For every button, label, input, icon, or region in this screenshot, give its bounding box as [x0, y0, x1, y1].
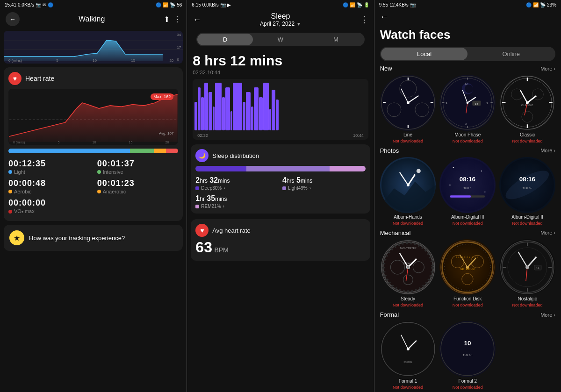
deep-dot [195, 186, 199, 190]
tab-day[interactable]: D [197, 34, 252, 45]
sleep-stat-deep-value: 2hrs 32mins [195, 176, 279, 185]
deep-label-text: Deep30% [201, 185, 222, 191]
wf-new-more[interactable]: More › [540, 66, 555, 71]
svg-point-48 [526, 101, 529, 104]
stat-anaerobic: 00:01:23 Anaerobic [97, 178, 179, 194]
phone2-date[interactable]: April 27, 2022 ▼ [260, 21, 301, 27]
sdb-light [246, 166, 330, 171]
wf-item-steady[interactable]: TACHYMETER STEADY [380, 239, 436, 308]
phone3-wifi-icon: 📡 [540, 2, 546, 7]
wf-line-status: Not downloaded [393, 139, 423, 143]
wf-album-digital3-status: Not downloaded [453, 221, 483, 226]
svg-point-34 [467, 102, 468, 104]
wf-album-digital3-svg: 08:16 TUE 6 [439, 157, 496, 213]
phone1-page-title: Walking [79, 15, 105, 23]
wf-face-moon-phase: 12 3 6 9 14 [439, 75, 496, 131]
wf-item-album-digital2[interactable]: 08:16 TUE 6h Album-Digital II Not downlo… [499, 157, 555, 226]
activity-y-top: 34 [177, 33, 181, 37]
svg-marker-4 [9, 94, 178, 142]
wf-item-moon-phase[interactable]: 12 3 6 9 14 [439, 75, 496, 143]
sleep-bar [225, 87, 230, 130]
tab-online[interactable]: Online [468, 48, 554, 60]
phone3-header: ← [374, 9, 561, 25]
phone1-data: 0.0KB/s [18, 2, 34, 7]
stat-intensive: 00:01:37 Intensive [97, 159, 179, 175]
wf-section-new: New More › [374, 63, 561, 145]
sleep-chart-start: 02:32 [197, 133, 208, 138]
sleep-dist-header: 🌙 Sleep distribution [195, 149, 365, 162]
phone2-status-icons: 📷 ▶ [220, 2, 231, 7]
phone2-back-icon[interactable]: ← [193, 15, 201, 25]
phone2-header: ← Sleep April 27, 2022 ▼ ⋮ [187, 9, 374, 30]
phone3-back-icon[interactable]: ← [380, 12, 388, 22]
feedback-card[interactable]: ★ How was your tracking experience? [4, 225, 183, 251]
sleep-bar [194, 102, 197, 130]
wf-mechanical-more[interactable]: More › [540, 230, 555, 235]
stat-light-label-row: Light [8, 169, 90, 175]
svg-point-54 [407, 184, 410, 186]
phone3-time: 9:55 [379, 2, 388, 7]
stat-anaerobic-label-row: Anaerobic [97, 189, 179, 194]
wf-new-header: New More › [380, 65, 555, 72]
wf-photos-header: Photos More › [380, 147, 555, 154]
stat-vo2-label-row: VO₂ max [8, 208, 90, 214]
wf-face-formal1: FORMAL [380, 321, 436, 377]
wf-item-function-disk[interactable]: 08:16:00 FUNCTION DISK Function Disk Not… [439, 239, 496, 308]
stat-light-label: Light [14, 169, 25, 175]
wf-formal-more[interactable]: More › [540, 312, 555, 318]
sleep-stat-deep[interactable]: 2hrs 32mins Deep30% › [195, 176, 279, 191]
activity-x-20: 20 [169, 58, 173, 63]
phone1-more-icon[interactable]: ⋮ [173, 15, 181, 24]
pb-intensive [130, 149, 154, 153]
sleep-bar [230, 111, 232, 130]
sleep-duration-section: 8 hrs 12 mins 02:32-10:44 [187, 49, 374, 77]
wf-album-hands-status: Not downloaded [393, 221, 423, 226]
sleep-dist-bar [195, 166, 365, 171]
tab-local[interactable]: Local [381, 48, 468, 60]
phone2-bluetooth-icon: 🔵 [343, 2, 348, 7]
sleep-distribution-card: 🌙 Sleep distribution 2hrs 32mins Deep30%… [191, 144, 370, 214]
stat-intensive-dot [97, 170, 101, 174]
sleep-stat-light[interactable]: 4hrs 5mins Light49% › [282, 176, 366, 191]
wf-formal1-name: Formal 1 [399, 378, 417, 384]
watch-faces-title: Watch faces [374, 25, 561, 45]
wf-item-album-digital3[interactable]: 08:16 TUE 6 Album-Digital III Not downlo… [439, 157, 496, 226]
sleep-chart: 02:32 10:44 [193, 79, 368, 140]
sleep-chart-bars [193, 79, 368, 140]
phone2-more-icon[interactable]: ⋮ [360, 14, 368, 25]
tab-month[interactable]: M [308, 34, 363, 45]
sleep-stat-rem[interactable]: 1hr 35mins REM21% › [195, 194, 279, 209]
wf-function-disk-status: Not downloaded [453, 303, 483, 307]
sleep-bar [198, 87, 201, 130]
wf-item-classic[interactable]: CLASSIC Classic Not downloaded [499, 75, 555, 143]
wf-item-album-hands[interactable]: Album-Hands Not downloaded [380, 157, 436, 226]
wf-item-nostalgic[interactable]: 14 Nostalgic Not downloaded [499, 239, 555, 308]
svg-point-20 [465, 85, 473, 93]
wf-formal1-status: Not downloaded [393, 385, 423, 390]
stat-light-value: 00:12:35 [8, 159, 90, 169]
phone3-status-left: 9:55 12.4KB/s 📷 [379, 2, 416, 7]
light-dot [282, 186, 286, 190]
phone1-share-icon[interactable]: ⬆ [164, 15, 170, 24]
hr-x-labels: 0 (mins) 5 10 15 20 [13, 141, 169, 144]
wf-photos-more[interactable]: More › [540, 148, 555, 153]
svg-rect-63 [450, 195, 471, 197]
phone3-scroll-area[interactable]: New More › [374, 63, 561, 392]
phone1-back-button[interactable]: ← [6, 12, 20, 26]
sdb-deep [195, 166, 246, 171]
wf-item-formal1[interactable]: FORMAL Formal 1 Not downloaded [380, 321, 436, 390]
wf-nostalgic-svg: 14 [499, 239, 555, 295]
rem-dot [195, 205, 199, 208]
phone3-toggle-tabs: Local Online [380, 47, 555, 61]
tab-week[interactable]: W [253, 34, 308, 45]
wf-steady-status: Not downloaded [393, 303, 423, 307]
wf-item-formal2[interactable]: 10 TUE 6h Formal 2 Not downloaded [439, 321, 496, 390]
wf-formal-header: Formal More › [380, 311, 555, 318]
svg-point-90 [466, 265, 469, 268]
wf-item-line[interactable]: Line Not downloaded [380, 75, 436, 143]
sleep-bar [263, 83, 269, 130]
heart-icon: ♥ [8, 72, 22, 85]
wf-new-grid: Line Not downloaded [380, 75, 555, 143]
avg-hr-label: Avg heart rate [212, 227, 250, 234]
wf-photos-grid: Album-Hands Not downloaded [380, 157, 555, 226]
